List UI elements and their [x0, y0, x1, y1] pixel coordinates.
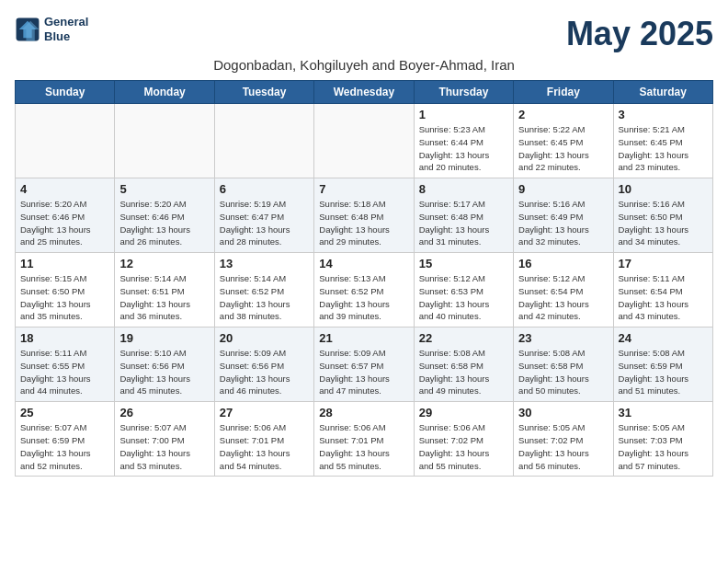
calendar-cell: 31Sunrise: 5:05 AM Sunset: 7:03 PM Dayli…	[613, 402, 712, 477]
day-number: 11	[20, 257, 109, 270]
day-number: 6	[220, 182, 309, 196]
calendar-cell: 27Sunrise: 5:06 AM Sunset: 7:01 PM Dayli…	[214, 402, 313, 477]
day-number: 24	[619, 331, 708, 345]
calendar-cell: 20Sunrise: 5:09 AM Sunset: 6:56 PM Dayli…	[214, 327, 313, 402]
calendar-cell: 5Sunrise: 5:20 AM Sunset: 6:46 PM Daylig…	[115, 178, 214, 253]
day-number: 26	[119, 406, 209, 419]
day-number: 30	[518, 406, 608, 419]
calendar-cell	[115, 104, 214, 178]
calendar-cell: 26Sunrise: 5:07 AM Sunset: 7:00 PM Dayli…	[115, 402, 214, 477]
day-info: Sunrise: 5:05 AM Sunset: 7:03 PM Dayligh…	[619, 421, 708, 472]
day-info: Sunrise: 5:11 AM Sunset: 6:55 PM Dayligh…	[20, 347, 109, 397]
day-number: 10	[619, 182, 708, 196]
weekday-header-wednesday: Wednesday	[314, 81, 414, 104]
logo-icon	[15, 17, 40, 42]
day-info: Sunrise: 5:06 AM Sunset: 7:02 PM Dayligh…	[419, 421, 508, 472]
day-number: 27	[220, 406, 309, 419]
calendar-cell	[214, 104, 313, 178]
logo: General Blue	[15, 15, 88, 43]
calendar-cell: 4Sunrise: 5:20 AM Sunset: 6:46 PM Daylig…	[16, 178, 115, 253]
day-number: 23	[518, 331, 608, 345]
calendar-cell: 1Sunrise: 5:23 AM Sunset: 6:44 PM Daylig…	[414, 104, 513, 178]
day-info: Sunrise: 5:20 AM Sunset: 6:46 PM Dayligh…	[20, 198, 109, 248]
day-info: Sunrise: 5:22 AM Sunset: 6:45 PM Dayligh…	[518, 123, 608, 174]
calendar-cell: 29Sunrise: 5:06 AM Sunset: 7:02 PM Dayli…	[414, 402, 513, 477]
calendar-cell: 14Sunrise: 5:13 AM Sunset: 6:52 PM Dayli…	[314, 253, 414, 327]
calendar-cell	[314, 104, 414, 178]
calendar-cell: 10Sunrise: 5:16 AM Sunset: 6:50 PM Dayli…	[613, 178, 712, 253]
month-year-title: May 2025	[566, 15, 713, 53]
calendar-cell: 6Sunrise: 5:19 AM Sunset: 6:47 PM Daylig…	[214, 178, 313, 253]
day-info: Sunrise: 5:06 AM Sunset: 7:01 PM Dayligh…	[319, 421, 408, 472]
day-number: 16	[518, 257, 608, 270]
calendar-cell: 21Sunrise: 5:09 AM Sunset: 6:57 PM Dayli…	[314, 327, 414, 402]
day-number: 1	[419, 108, 508, 121]
calendar-cell: 19Sunrise: 5:10 AM Sunset: 6:56 PM Dayli…	[115, 327, 214, 402]
day-info: Sunrise: 5:16 AM Sunset: 6:50 PM Dayligh…	[619, 198, 708, 248]
day-info: Sunrise: 5:16 AM Sunset: 6:49 PM Dayligh…	[518, 198, 608, 248]
calendar-cell: 3Sunrise: 5:21 AM Sunset: 6:45 PM Daylig…	[613, 104, 712, 178]
day-info: Sunrise: 5:14 AM Sunset: 6:51 PM Dayligh…	[119, 272, 209, 323]
calendar-cell: 15Sunrise: 5:12 AM Sunset: 6:53 PM Dayli…	[414, 253, 513, 327]
calendar-cell: 30Sunrise: 5:05 AM Sunset: 7:02 PM Dayli…	[514, 402, 613, 477]
day-info: Sunrise: 5:05 AM Sunset: 7:02 PM Dayligh…	[518, 421, 608, 472]
day-number: 31	[619, 406, 708, 419]
calendar-cell: 16Sunrise: 5:12 AM Sunset: 6:54 PM Dayli…	[514, 253, 613, 327]
calendar-cell: 24Sunrise: 5:08 AM Sunset: 6:59 PM Dayli…	[613, 327, 712, 402]
day-info: Sunrise: 5:08 AM Sunset: 6:58 PM Dayligh…	[419, 347, 508, 397]
day-number: 21	[319, 331, 408, 345]
day-info: Sunrise: 5:07 AM Sunset: 7:00 PM Dayligh…	[119, 421, 209, 472]
day-number: 13	[220, 257, 309, 270]
calendar-cell: 2Sunrise: 5:22 AM Sunset: 6:45 PM Daylig…	[514, 104, 613, 178]
day-info: Sunrise: 5:20 AM Sunset: 6:46 PM Dayligh…	[119, 198, 209, 248]
day-number: 29	[419, 406, 508, 419]
day-number: 7	[319, 182, 408, 196]
day-number: 25	[20, 406, 109, 419]
day-info: Sunrise: 5:23 AM Sunset: 6:44 PM Dayligh…	[419, 123, 508, 174]
day-number: 8	[419, 182, 508, 196]
day-info: Sunrise: 5:08 AM Sunset: 6:58 PM Dayligh…	[518, 347, 608, 397]
day-info: Sunrise: 5:11 AM Sunset: 6:54 PM Dayligh…	[619, 272, 708, 323]
calendar-cell: 12Sunrise: 5:14 AM Sunset: 6:51 PM Dayli…	[115, 253, 214, 327]
day-info: Sunrise: 5:12 AM Sunset: 6:53 PM Dayligh…	[419, 272, 508, 323]
day-number: 19	[119, 331, 209, 345]
day-info: Sunrise: 5:13 AM Sunset: 6:52 PM Dayligh…	[319, 272, 408, 323]
day-number: 28	[319, 406, 408, 419]
day-number: 22	[419, 331, 508, 345]
page-header: General Blue May 2025	[15, 15, 713, 53]
calendar-cell: 7Sunrise: 5:18 AM Sunset: 6:48 PM Daylig…	[314, 178, 414, 253]
logo-text: General Blue	[44, 15, 88, 43]
day-info: Sunrise: 5:12 AM Sunset: 6:54 PM Dayligh…	[518, 272, 608, 323]
weekday-header-thursday: Thursday	[414, 81, 513, 104]
weekday-header-friday: Friday	[514, 81, 613, 104]
calendar-cell: 22Sunrise: 5:08 AM Sunset: 6:58 PM Dayli…	[414, 327, 513, 402]
calendar-cell	[16, 104, 115, 178]
calendar-cell: 18Sunrise: 5:11 AM Sunset: 6:55 PM Dayli…	[16, 327, 115, 402]
day-info: Sunrise: 5:15 AM Sunset: 6:50 PM Dayligh…	[20, 272, 109, 323]
day-info: Sunrise: 5:10 AM Sunset: 6:56 PM Dayligh…	[119, 347, 209, 397]
weekday-header-saturday: Saturday	[613, 81, 712, 104]
day-info: Sunrise: 5:14 AM Sunset: 6:52 PM Dayligh…	[220, 272, 309, 323]
location-title: Dogonbadan, Kohgiluyeh and Boyer-Ahmad, …	[15, 57, 713, 73]
calendar-cell: 13Sunrise: 5:14 AM Sunset: 6:52 PM Dayli…	[214, 253, 313, 327]
day-number: 12	[119, 257, 209, 270]
calendar-cell: 28Sunrise: 5:06 AM Sunset: 7:01 PM Dayli…	[314, 402, 414, 477]
day-info: Sunrise: 5:21 AM Sunset: 6:45 PM Dayligh…	[619, 123, 708, 174]
weekday-header-row: SundayMondayTuesdayWednesdayThursdayFrid…	[16, 81, 713, 104]
calendar-cell: 9Sunrise: 5:16 AM Sunset: 6:49 PM Daylig…	[514, 178, 613, 253]
day-number: 3	[619, 108, 708, 121]
day-info: Sunrise: 5:07 AM Sunset: 6:59 PM Dayligh…	[20, 421, 109, 472]
day-number: 14	[319, 257, 408, 270]
day-info: Sunrise: 5:18 AM Sunset: 6:48 PM Dayligh…	[319, 198, 408, 248]
day-number: 18	[20, 331, 109, 345]
calendar-cell: 17Sunrise: 5:11 AM Sunset: 6:54 PM Dayli…	[613, 253, 712, 327]
calendar-table: SundayMondayTuesdayWednesdayThursdayFrid…	[15, 80, 713, 477]
day-number: 5	[119, 182, 209, 196]
weekday-header-tuesday: Tuesday	[214, 81, 313, 104]
day-number: 9	[518, 182, 608, 196]
day-info: Sunrise: 5:09 AM Sunset: 6:56 PM Dayligh…	[220, 347, 309, 397]
weekday-header-sunday: Sunday	[16, 81, 115, 104]
calendar-cell: 8Sunrise: 5:17 AM Sunset: 6:48 PM Daylig…	[414, 178, 513, 253]
weekday-header-monday: Monday	[115, 81, 214, 104]
day-info: Sunrise: 5:09 AM Sunset: 6:57 PM Dayligh…	[319, 347, 408, 397]
